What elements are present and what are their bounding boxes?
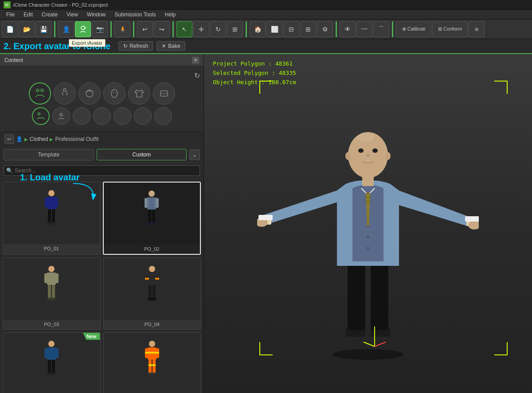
search-bar: 🔍 [0,163,203,179]
avatar-card-po04[interactable]: PO_04 [103,257,201,330]
breadcrumb-back-btn[interactable]: ↩ [4,134,14,144]
svg-rect-24 [148,210,151,223]
avatar-card-po06[interactable] [103,332,201,393]
menu-view[interactable]: View [62,11,82,19]
align-btn[interactable]: ⊟ [283,21,299,37]
content-close-btn[interactable]: ✕ [192,57,199,64]
cat-clothing-icon[interactable] [128,82,150,105]
cat-accessory-icon[interactable] [153,82,175,105]
render-btn[interactable]: 👁 [340,21,356,37]
svg-rect-43 [145,278,149,280]
menu-bar: File Edit Create View Window Submission … [0,10,532,19]
save-btn[interactable]: 💾 [35,21,51,37]
redo-btn[interactable]: ↪ [154,21,170,37]
avatar-card-po05[interactable]: New PO_05 [3,332,101,393]
avatar-card-po02[interactable]: PO_02 [103,182,201,255]
pose-btn[interactable]: 🧍 [114,21,130,37]
scale-btn[interactable]: ⊞ [227,21,243,37]
icon-row-bottom [4,107,200,125]
avatar-card-po01[interactable]: PO_01 [3,182,100,255]
export-iavatar-btn[interactable] [75,21,91,37]
bake-btn[interactable]: ☀ Bake [156,41,185,51]
cat-sub5-icon[interactable] [113,107,131,125]
content-refresh-btn[interactable]: ↻ [189,70,200,81]
camera-btn[interactable]: 📷 [92,21,108,37]
menu-file[interactable]: File [2,11,19,19]
breadcrumb-clothed[interactable]: Clothed [30,136,48,142]
cat-sub7-icon[interactable] [154,107,172,125]
svg-point-47 [48,341,55,347]
content-header: Content ✕ [0,54,203,66]
avatar-grid: PO_01 [0,179,203,393]
menu-window[interactable]: Window [82,11,110,19]
svg-rect-19 [51,222,55,225]
refresh-btn[interactable]: ↻ Refresh [118,41,153,51]
cat-face-icon[interactable] [103,82,125,105]
select-btn[interactable]: ↖ [176,21,192,37]
rotate-btn[interactable]: ↻ [210,21,226,37]
avatar-thumb-po02 [104,183,200,245]
cat-sub4-icon[interactable] [93,107,111,125]
avatar-figure-po04 [139,265,165,313]
svg-rect-33 [48,285,51,298]
menu-submission-tools[interactable]: Submission Tools [110,11,160,19]
stat-polygon: Project Polygon : 48361 [213,59,296,69]
move-btn[interactable]: ✛ [193,21,209,37]
avatar-thumb-po05 [3,333,100,393]
shader-btn[interactable]: 〰 [356,21,372,37]
settings-view-btn[interactable]: ⚙ [317,21,333,37]
avatar-label-po01: PO_01 [44,244,59,253]
svg-point-10 [38,113,40,115]
extra-btn[interactable]: ≡ [469,21,485,37]
avatar-label-po03: PO_03 [44,320,59,329]
menu-create[interactable]: Create [37,11,62,19]
svg-point-11 [60,113,63,116]
avatar-tools: 👤 📷 [58,21,108,37]
cat-sub3-icon[interactable] [73,107,90,125]
svg-point-82 [358,148,364,153]
separator-5 [246,21,247,37]
menu-edit[interactable]: Edit [19,11,37,19]
svg-point-29 [48,266,55,272]
svg-point-55 [149,341,155,347]
conform-btn[interactable]: ⊞ Conform [432,21,468,37]
separator-4 [172,21,174,37]
svg-rect-53 [47,373,51,375]
avatar-figure-po01 [38,189,65,237]
cat-hair-icon[interactable] [78,82,101,105]
home-view-btn[interactable]: 🏠 [250,21,266,37]
svg-rect-41 [149,285,152,298]
tab-custom[interactable]: Custom [97,149,187,160]
grid-btn[interactable]: ⊞ [300,21,316,37]
cat-sub6-icon[interactable] [134,107,152,125]
title-bar: iC iClone Character Creator - PO_02.ccpr… [0,0,532,10]
svg-point-2 [41,89,43,92]
tab-template[interactable]: Template [4,149,94,160]
svg-rect-18 [47,222,51,225]
cat-person-icon[interactable] [29,82,51,105]
svg-point-74 [367,247,369,249]
character-btn[interactable]: 👤 [58,21,74,37]
cat-sub1-icon[interactable] [32,107,50,125]
new-btn[interactable]: 📄 [2,21,18,37]
search-input[interactable] [4,165,200,176]
svg-rect-46 [152,298,156,300]
open-btn[interactable]: 📂 [19,21,35,37]
cat-sub2-icon[interactable] [52,107,70,125]
avatar-thumb-po06 [104,333,201,393]
svg-point-73 [367,236,369,238]
main-layout: Content ✕ ↻ [0,54,532,393]
avatar-card-po03[interactable]: PO_03 [3,257,101,330]
wireframe-btn[interactable]: ⌒ [373,21,389,37]
svg-point-12 [48,190,55,196]
calibrate-btn[interactable]: ⊕ Calibrati [396,21,431,37]
svg-rect-45 [148,298,152,300]
menu-help[interactable]: Help [160,11,180,19]
axis-indicator [361,324,388,351]
svg-point-3 [63,89,66,91]
tab-collapse-btn[interactable]: ⌄ [189,149,200,160]
cat-motion-icon[interactable] [54,82,76,105]
undo-btn[interactable]: ↩ [137,21,153,37]
svg-rect-23 [155,198,159,208]
fit-btn[interactable]: ⬜ [266,21,282,37]
